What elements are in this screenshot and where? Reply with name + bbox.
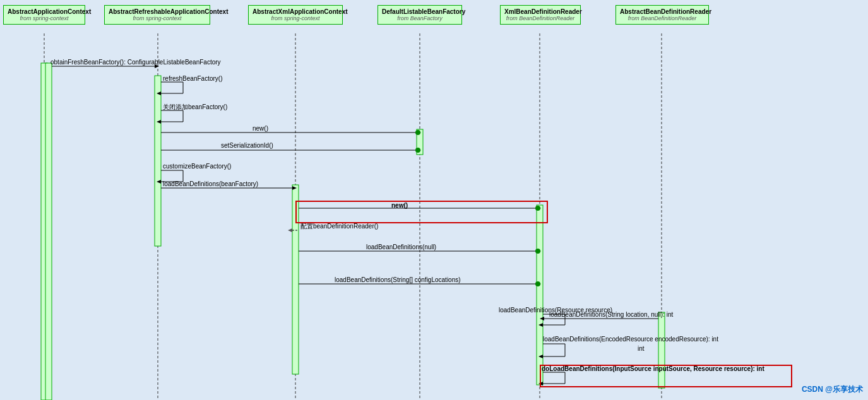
class-AbstractApplicationContext: AbstractApplicationContext from spring-c… (3, 5, 85, 25)
label-loadBeanDefinitions3: loadBeanDefinitions(String[] configLocat… (335, 276, 461, 283)
label-new2: new() (391, 202, 408, 209)
svg-rect-8 (155, 76, 161, 246)
svg-marker-27 (417, 148, 421, 152)
svg-point-25 (415, 130, 420, 135)
svg-marker-55 (538, 355, 543, 358)
label-customizeBeanFactory: customizeBeanFactory() (163, 163, 231, 170)
svg-rect-10 (417, 129, 423, 155)
label-setSerializationId: setSerializationId() (221, 142, 273, 149)
svg-point-28 (415, 148, 420, 153)
svg-rect-7 (45, 63, 52, 400)
svg-rect-11 (537, 205, 543, 385)
svg-marker-32 (157, 180, 161, 184)
label-loadBeanDefinitionsEncoded: loadBeanDefinitions(EncodedResource enco… (543, 336, 718, 343)
svg-marker-18 (157, 91, 161, 95)
label-refreshBeanFactory: refreshBeanFactory() (163, 75, 222, 82)
class-DefaultListableBeanFactory: DefaultListableBeanFactory from BeanFact… (378, 5, 462, 25)
label-loadBeanDefinitions1: loadBeanDefinitions(beanFactory) (163, 180, 258, 187)
label-closeAddBeanFactory: 关闭添加beanFactory() (163, 103, 227, 112)
label-loadBeanDefinitions2: loadBeanDefinitions(null) (366, 244, 436, 250)
class-AbstractXmlApplicationContext: AbstractXmlApplicationContext from sprin… (248, 5, 343, 25)
svg-marker-51 (540, 317, 544, 321)
svg-point-45 (535, 281, 540, 286)
class-AbstractBeanDefinitionReader: AbstractBeanDefinitionReader from BeanDe… (615, 5, 709, 25)
highlight-new (295, 201, 548, 223)
svg-marker-34 (292, 186, 297, 190)
svg-rect-6 (41, 63, 47, 400)
label-doLoadBeanDefinitions: doLoadBeanDefinitions(InputSource inputS… (542, 365, 764, 372)
label-obtainFreshBeanFactory: obtainFreshBeanFactory(): ConfigurableLi… (51, 59, 221, 66)
label-loadBeanDefinitionsLocation: loadBeanDefinitions(String location, nul… (549, 311, 673, 318)
class-AbstractRefreshableApplicationContext: AbstractRefreshableApplicationContext fr… (104, 5, 210, 25)
svg-marker-41 (537, 249, 541, 253)
svg-marker-49 (538, 323, 543, 327)
svg-marker-22 (157, 120, 161, 124)
diagram-container: AbstractApplicationContext from spring-c… (0, 0, 868, 400)
svg-point-42 (535, 249, 540, 254)
watermark: CSDN @乐享技术 (802, 384, 863, 395)
label-loadBeanDefinitionsEncoded2: int (638, 345, 645, 352)
svg-marker-39 (288, 228, 292, 232)
svg-marker-24 (417, 131, 421, 134)
label-new1: new() (253, 125, 268, 132)
label-configBeanDefReader: 配置beanDefinitionReader() (300, 222, 378, 231)
svg-marker-44 (537, 282, 541, 286)
class-XmlBeanDefinitionReader: XmlBeanDefinitionReader from BeanDefinit… (500, 5, 581, 25)
